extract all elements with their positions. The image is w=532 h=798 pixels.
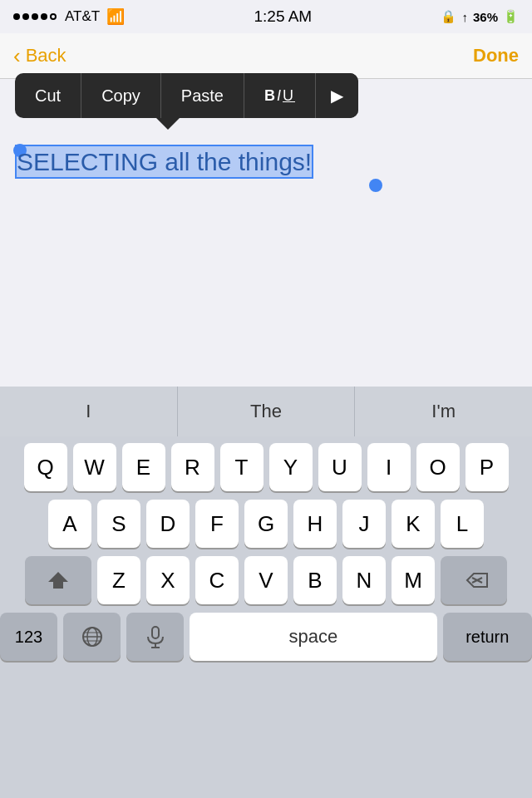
battery-percent: 36%: [473, 10, 498, 24]
key-row-2: A S D F G H J K L: [0, 500, 532, 548]
space-button[interactable]: space: [190, 613, 436, 661]
key-h[interactable]: H: [293, 500, 337, 548]
globe-button[interactable]: [63, 613, 121, 661]
key-d[interactable]: D: [146, 500, 190, 548]
italic-label: I: [277, 87, 283, 105]
autocorrect-bar: I The I'm: [0, 387, 532, 436]
location-icon: ↑: [461, 10, 468, 24]
autocorrect-suggestion-1[interactable]: The: [178, 387, 356, 436]
key-k[interactable]: K: [392, 500, 435, 548]
return-button[interactable]: return: [443, 613, 532, 661]
chevron-left-icon: ‹: [13, 43, 21, 69]
paste-button[interactable]: Paste: [161, 73, 244, 118]
key-l[interactable]: L: [441, 500, 484, 548]
context-menu-bar: Cut Copy Paste BIU ▶: [15, 73, 358, 118]
key-i[interactable]: I: [367, 443, 411, 491]
key-r[interactable]: R: [171, 443, 214, 491]
suggestion-1-text: The: [250, 401, 282, 422]
key-row-3: Z X C V B N M: [0, 556, 532, 604]
context-menu-tail: [156, 118, 180, 130]
keyboard: Q W E R T Y U I O P A S D F G H J K L Z …: [0, 436, 532, 798]
status-right: 🔒 ↑ 36% 🔋: [441, 9, 519, 24]
signal-dot-5: [50, 13, 57, 20]
status-time: 1:25 AM: [254, 7, 312, 26]
key-g[interactable]: G: [244, 500, 288, 548]
done-button[interactable]: Done: [473, 45, 519, 66]
suggestion-0-text: I: [86, 401, 91, 422]
backspace-icon: [459, 569, 489, 592]
bold-label: B: [264, 87, 277, 105]
globe-icon: [81, 625, 104, 648]
carrier-label: AT&T: [65, 8, 100, 25]
space-label: space: [289, 626, 338, 648]
svg-marker-0: [48, 572, 68, 589]
shift-icon: [47, 569, 70, 592]
autocorrect-suggestion-0[interactable]: I: [0, 387, 178, 436]
shift-button[interactable]: [25, 556, 91, 604]
signal-dot-3: [32, 13, 38, 20]
battery-icon: 🔋: [503, 9, 519, 24]
cursor-handle-right[interactable]: [369, 179, 382, 192]
mic-button[interactable]: [126, 613, 184, 661]
key-j[interactable]: J: [342, 500, 386, 548]
num-label: 123: [15, 628, 42, 647]
status-left: AT&T 📶: [13, 7, 125, 26]
back-label: Back: [26, 45, 66, 66]
svg-rect-9: [152, 627, 159, 638]
key-u[interactable]: U: [318, 443, 362, 491]
cut-button[interactable]: Cut: [15, 73, 81, 118]
nav-bar: ‹ Back Done: [0, 33, 532, 79]
key-c[interactable]: C: [195, 556, 239, 604]
mic-icon: [145, 625, 165, 648]
signal-dot-1: [13, 13, 20, 20]
suggestion-2-text: I'm: [431, 401, 456, 422]
key-o[interactable]: O: [416, 443, 460, 491]
copy-button[interactable]: Copy: [81, 73, 161, 118]
signal-dots: [13, 13, 57, 20]
key-b[interactable]: B: [293, 556, 337, 604]
key-z[interactable]: Z: [97, 556, 140, 604]
more-button[interactable]: ▶: [316, 73, 358, 118]
lock-icon: 🔒: [441, 9, 456, 24]
key-row-4: 123 space return: [0, 613, 532, 661]
status-bar: AT&T 📶 1:25 AM 🔒 ↑ 36% 🔋: [0, 0, 532, 33]
text-editor-area[interactable]: SELECTING all the things!: [0, 129, 532, 387]
autocorrect-suggestion-2[interactable]: I'm: [355, 387, 532, 436]
return-label: return: [466, 628, 509, 647]
key-f[interactable]: F: [195, 500, 239, 548]
num-button[interactable]: 123: [0, 613, 57, 661]
key-m[interactable]: M: [392, 556, 435, 604]
wifi-icon: 📶: [106, 7, 125, 26]
signal-dot-4: [41, 13, 47, 20]
key-s[interactable]: S: [97, 500, 140, 548]
backspace-button[interactable]: [441, 556, 507, 604]
key-row-1: Q W E R T Y U I O P: [0, 443, 532, 491]
biu-button[interactable]: BIU: [244, 73, 316, 118]
key-p[interactable]: P: [466, 443, 509, 491]
signal-dot-2: [22, 13, 29, 20]
key-w[interactable]: W: [73, 443, 116, 491]
key-x[interactable]: X: [146, 556, 190, 604]
underline-label: U: [283, 87, 295, 105]
key-q[interactable]: Q: [24, 443, 67, 491]
back-button[interactable]: ‹ Back: [13, 43, 66, 69]
key-n[interactable]: N: [342, 556, 386, 604]
context-menu: Cut Copy Paste BIU ▶: [15, 73, 358, 130]
key-v[interactable]: V: [244, 556, 288, 604]
key-y[interactable]: Y: [269, 443, 313, 491]
key-t[interactable]: T: [220, 443, 264, 491]
key-a[interactable]: A: [48, 500, 91, 548]
selected-text[interactable]: SELECTING all the things!: [15, 145, 313, 179]
key-e[interactable]: E: [122, 443, 165, 491]
